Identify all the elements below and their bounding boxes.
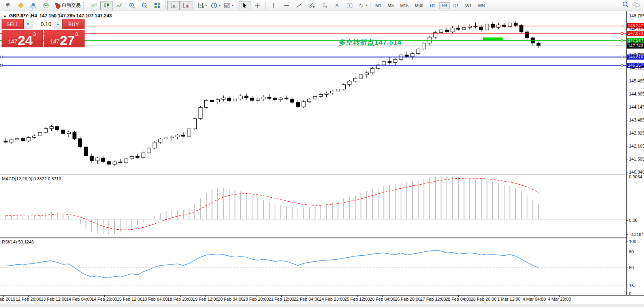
zoom-in-button[interactable] (126, 1, 138, 10)
arrows-icon (358, 2, 364, 9)
trendline-button[interactable] (293, 1, 305, 10)
equidistant-channel-button[interactable]: E (305, 1, 318, 10)
svg-text:A: A (335, 3, 339, 8)
price-badge: 147.870 (627, 31, 644, 36)
axis-tick: 144.805 (627, 92, 644, 96)
cursor-icon (242, 2, 249, 9)
zoom-out-button[interactable] (138, 1, 151, 10)
axis-tick: 146.125 (627, 66, 644, 70)
axis-tick: 144.145 (627, 105, 644, 109)
time-label: 26 Feb 04:00 (370, 297, 395, 301)
vertical-line-button[interactable] (267, 1, 280, 10)
profiles-button[interactable]: ▾ (209, 1, 222, 10)
search-icon[interactable] (622, 1, 629, 9)
time-label: 20 Feb 20:00 (243, 297, 269, 301)
axis-tick: 141.505 (627, 157, 644, 161)
axis-tick: 80 (627, 249, 634, 254)
cursor-button[interactable] (239, 1, 251, 10)
new-chart-icon (198, 2, 204, 9)
time-axis-line (0, 295, 644, 296)
volume-input[interactable] (32, 19, 54, 29)
rsi-panel[interactable] (0, 238, 626, 294)
bar-chart-button[interactable] (88, 1, 100, 10)
profile-button[interactable] (27, 1, 40, 10)
new-order-button[interactable]: 单 (2, 1, 14, 10)
volume-up-button[interactable]: ▲ (54, 19, 62, 29)
equidistant-channel-icon: E (309, 2, 315, 9)
time-label: 19 Feb 12:00 (193, 297, 218, 301)
candlestick-chart-icon (104, 2, 110, 9)
volume-down-button[interactable]: ▼ (24, 19, 32, 29)
auto-scroll-icon (170, 2, 177, 9)
macd-indicator-label: MACD(12,26,9) 0.3322 0.5713 (2, 176, 61, 181)
clock-icon (211, 2, 217, 9)
signals-button[interactable] (40, 1, 52, 10)
autotrading-label: 自动交易 (62, 2, 81, 9)
tile-windows-button[interactable] (151, 1, 164, 10)
template-chart-icon (224, 2, 230, 9)
toolbar-separator (194, 2, 194, 9)
templates-button[interactable]: ▾ (222, 1, 235, 10)
main-chart-panel[interactable] (0, 11, 626, 174)
chart-shift-button[interactable] (180, 1, 192, 10)
horizontal-line-button[interactable] (280, 1, 293, 10)
toolbar-separator (165, 2, 166, 9)
time-label: 14 Feb 04:00 (66, 297, 92, 301)
timeframe-group: M1M5M15M30H1H4D1W1MN (373, 2, 488, 9)
macd-panel[interactable] (0, 175, 626, 237)
sell-price-display[interactable]: 147 24 3 (2, 30, 43, 47)
auto-scroll-button[interactable] (167, 1, 180, 10)
line-chart-button[interactable] (113, 1, 126, 10)
price-axis[interactable]: 148.247147.870147.514146.676146.257147.2… (626, 11, 644, 295)
axis-tick: 145.465 (627, 79, 644, 83)
axis-tick: 148.765 (627, 13, 644, 18)
timeframe-M15[interactable]: M15 (397, 2, 411, 9)
toolbar-separator (371, 2, 371, 9)
svg-text:F: F (326, 6, 327, 9)
timeframe-H4[interactable]: H4 (439, 2, 450, 9)
buy-button[interactable]: BUY (62, 19, 85, 29)
chevron-down-icon: ▾ (232, 4, 233, 7)
highlight-bar[interactable] (483, 37, 503, 40)
community-chat-icon[interactable] (632, 2, 640, 9)
sell-button[interactable]: SELL (2, 19, 24, 29)
pivot-annotation[interactable]: 多空转折点147.514 (339, 38, 401, 47)
axis-tick: 50 (627, 265, 634, 270)
chart-ohlc-values: 147.150 147.285 147.107 147.243 (40, 13, 112, 19)
text-label-button[interactable]: T (343, 1, 356, 10)
timeframe-MN[interactable]: MN (475, 2, 488, 9)
chevron-down-icon: ▾ (366, 4, 367, 7)
diamond-icon (17, 2, 24, 9)
text-button[interactable]: A (331, 1, 343, 10)
timeframe-D1[interactable]: D1 (451, 2, 462, 9)
arrows-button[interactable]: ▾ (356, 1, 369, 10)
fibonacci-button[interactable]: F (318, 1, 331, 10)
autotrading-button[interactable]: 自动交易 (52, 1, 82, 10)
chart-title: ▲ GBPJPY-,H4 147.150 147.285 147.107 147… (3, 13, 112, 19)
fibonacci-icon: F (321, 2, 328, 9)
horizontal-line-icon (283, 2, 290, 9)
new-chart-button[interactable]: ▾ (196, 1, 209, 10)
candlestick-chart-button[interactable] (100, 1, 113, 10)
timeframe-M30[interactable]: M30 (412, 2, 426, 9)
axis-tick: 0.9064 (627, 174, 642, 179)
time-label: 13 Feb 12:00 (41, 297, 67, 301)
time-label: 14 Feb 20:00 (92, 297, 117, 301)
timeframe-M1[interactable]: M1 (373, 2, 384, 9)
timeframe-H1[interactable]: H1 (427, 2, 438, 9)
buy-price-display[interactable]: 147 27 8 (44, 30, 85, 47)
signals-icon (43, 2, 49, 9)
time-label: 4 Mar 04:00 (523, 297, 546, 301)
axis-tick: 146.785 (627, 52, 644, 57)
text-icon: A (334, 2, 341, 9)
market-watch-button[interactable] (14, 1, 27, 10)
timeframe-M5[interactable]: M5 (385, 2, 396, 9)
line-chart-icon (116, 2, 123, 9)
timeframe-W1[interactable]: W1 (463, 2, 475, 9)
axis-tick: 143.485 (627, 118, 644, 122)
trendline-icon (296, 2, 303, 9)
crosshair-button[interactable] (251, 1, 264, 10)
sell-price-main: 24 (18, 35, 33, 46)
time-label: 24 Feb 23:00 (319, 297, 345, 301)
time-label: 20 Feb 04:00 (218, 297, 244, 301)
